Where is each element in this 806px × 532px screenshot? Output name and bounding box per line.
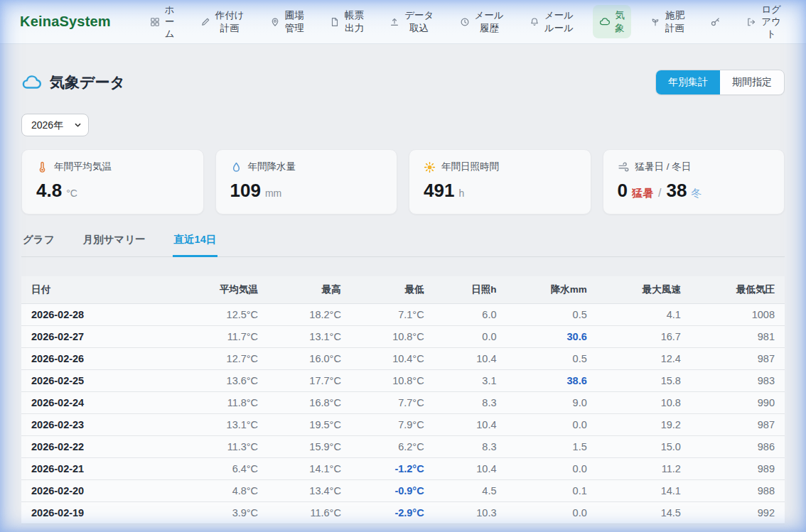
nav-item-label: 圃場 管理 [285, 9, 304, 34]
stat-card-2: 年間降水量109mm [215, 149, 398, 215]
row-value: 0.0 [507, 502, 597, 524]
table-column-header: 最大風速 [597, 276, 691, 304]
nav-item-data-import[interactable]: データ 取込 [383, 5, 440, 38]
row-value: 11.6°C [268, 502, 351, 524]
nav-item-mail-history[interactable]: メール 履歴 [453, 5, 510, 38]
row-value: 17.7°C [268, 370, 351, 392]
stat-card-4: 猛暑日 / 冬日0猛暑/38冬 [603, 149, 785, 215]
page-header: 気象データ 年別集計期間指定 [21, 70, 785, 95]
row-value: 0.0 [507, 458, 597, 480]
stat-card-3: 年間日照時間491h [409, 149, 591, 215]
row-date: 2026-02-22 [21, 436, 174, 458]
row-value: 8.3 [434, 436, 507, 458]
cloud-icon [21, 72, 41, 92]
year-filter-row: 2026年 [21, 114, 785, 136]
stat-card-unit: °C [66, 188, 77, 199]
nav-item-field-management[interactable]: 圃場 管理 [264, 5, 311, 38]
row-value: 989 [691, 458, 785, 480]
nav-item-report-output[interactable]: 帳票 出力 [323, 5, 370, 38]
table-column-header: 平均気温 [174, 276, 268, 304]
table-column-header: 最低気圧 [691, 276, 785, 304]
table-row: 2026-02-2411.8°C16.8°C7.7°C8.39.010.8990 [21, 392, 785, 414]
nav-item-planting-plan[interactable]: 作付け 計画 [194, 5, 251, 38]
toggle-yearly-summary[interactable]: 年別集計 [656, 70, 720, 94]
year-select[interactable]: 2026年 [21, 114, 89, 136]
stat-card-1: 年間平均気温4.8°C [21, 149, 204, 215]
row-value: 14.5 [597, 502, 691, 524]
table-row: 2026-02-193.9°C11.6°C-2.9°C10.30.014.599… [21, 502, 785, 524]
app-logo: KeinaSystem [20, 13, 111, 30]
row-value: -1.2°C [351, 458, 434, 480]
nav-item-label: 施肥 計画 [665, 9, 684, 34]
pencil-icon [200, 17, 210, 27]
row-value: 11.7°C [174, 326, 268, 348]
row-date: 2026-02-27 [21, 326, 174, 348]
row-value: 18.2°C [268, 304, 351, 326]
toggle-period-select[interactable]: 期間指定 [720, 70, 784, 94]
view-toggle-group: 年別集計期間指定 [655, 70, 785, 95]
nav-items: ホ ー ム作付け 計画圃場 管理帳票 出力データ 取込メール 履歴メール ルール… [144, 0, 788, 44]
row-value: -0.9°C [351, 480, 434, 502]
row-value: 12.4 [597, 348, 691, 370]
logout-icon [746, 17, 756, 27]
stat-card-value: 109 [230, 180, 261, 202]
table-row: 2026-02-204.8°C13.4°C-0.9°C4.50.114.1988 [21, 480, 785, 502]
row-value: 16.8°C [268, 392, 351, 414]
row-date: 2026-02-23 [21, 414, 174, 436]
table-row: 2026-02-2711.7°C13.1°C10.8°C0.030.616.79… [21, 326, 785, 348]
year-select-wrap: 2026年 [21, 114, 89, 136]
stat-card-label: 年間降水量 [248, 161, 296, 173]
thermometer-icon [36, 161, 48, 173]
row-value: 7.7°C [351, 392, 434, 414]
row-value: 30.6 [507, 326, 597, 348]
stat-card-value-part: 猛暑 [632, 187, 653, 200]
stat-card-label: 年間日照時間 [441, 161, 499, 173]
stat-card-unit: mm [265, 188, 281, 199]
row-value: 16.7 [597, 326, 691, 348]
row-value: 0.5 [507, 348, 597, 370]
row-value: 10.4 [434, 458, 507, 480]
row-value: 10.4°C [351, 348, 434, 370]
row-value: 6.0 [434, 304, 507, 326]
nav-item-label: メール ルール [544, 9, 574, 34]
page-title: 気象データ [50, 72, 125, 92]
weather-data-table: 日付平均気温最高最低日照h降水mm最大風速最低気圧 2026-02-2812.5… [21, 276, 785, 524]
nav-item-home[interactable]: ホ ー ム [144, 0, 181, 44]
grid-icon [150, 17, 160, 27]
row-value: 14.1 [597, 480, 691, 502]
row-value: 12.7°C [174, 348, 268, 370]
table-row: 2026-02-216.4°C14.1°C-1.2°C10.40.011.298… [21, 458, 785, 480]
row-value: 13.1°C [268, 326, 351, 348]
row-value: 19.2 [597, 414, 691, 436]
stat-card-value: 491 [424, 180, 454, 202]
nav-item-label: 帳票 出力 [345, 9, 364, 34]
nav-item-password[interactable] [704, 12, 727, 31]
row-value: 12.5°C [174, 304, 268, 326]
table-column-header: 日付 [21, 276, 174, 304]
row-value: 10.4 [434, 348, 507, 370]
row-value: 13.4°C [268, 480, 351, 502]
row-value: 981 [691, 326, 785, 348]
tab-recent-14days[interactable]: 直近14日 [173, 232, 218, 257]
row-value: 4.5 [434, 480, 507, 502]
row-value: -2.9°C [351, 502, 434, 524]
row-value: 9.0 [507, 392, 597, 414]
nav-item-mail-rules[interactable]: メール ルール [523, 5, 580, 38]
row-value: 15.0 [597, 436, 691, 458]
bell-icon [530, 17, 539, 27]
nav-item-logout[interactable]: ログ アウ ト [740, 0, 788, 44]
stat-card-unit: h [458, 188, 464, 199]
row-value: 10.8 [597, 392, 691, 414]
row-value: 983 [691, 370, 785, 392]
stat-card-value-part: 0 [618, 180, 628, 202]
tab-graph[interactable]: グラフ [21, 232, 56, 257]
top-navigation-bar: KeinaSystem ホ ー ム作付け 計画圃場 管理帳票 出力データ 取込メ… [0, 0, 806, 44]
sun-icon [424, 161, 436, 173]
tab-monthly-summary[interactable]: 月別サマリー [82, 232, 147, 257]
row-value: 987 [691, 414, 785, 436]
table-column-header: 最低 [351, 276, 434, 304]
row-value: 3.1 [434, 370, 507, 392]
nav-item-weather[interactable]: 気 象 [593, 5, 631, 38]
nav-item-fertilizer-plan[interactable]: 施肥 計画 [644, 5, 691, 38]
stat-card-value-part: / [658, 187, 661, 200]
